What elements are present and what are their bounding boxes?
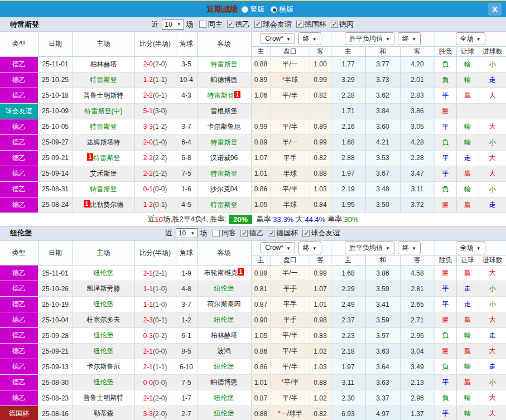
recent-count-select[interactable]: 10 ▼ bbox=[176, 228, 197, 238]
fullmatch-dropdown[interactable]: 全场▼ bbox=[456, 32, 485, 45]
match-row: 德乙25-11-01柏林赫塔2-0(2-0)3-5特雷斯登0.88半/一1.00… bbox=[0, 56, 506, 72]
chevron-down-icon: ▼ bbox=[190, 231, 195, 236]
away-odds-cell bbox=[310, 103, 331, 119]
horizontal-layout-radio[interactable] bbox=[271, 6, 277, 13]
home-odds-cell: 0.86 bbox=[251, 344, 271, 359]
summary-segment-2: 场,胜2平4负4, 胜率: bbox=[163, 214, 227, 224]
odds-company-dropdown[interactable]: Crow*▼ bbox=[261, 242, 295, 253]
match-row: 德乙25-08-241比勒费尔德1-2(0-1)4-5特雷斯登1.05半球0.8… bbox=[0, 197, 506, 213]
corner-cell: 3-5 bbox=[176, 56, 197, 72]
league-checkbox-1[interactable] bbox=[268, 230, 275, 237]
home-odds-cell: 1.01 bbox=[251, 166, 271, 181]
red-card-badge: 1 bbox=[84, 200, 90, 207]
halftime-score: (1-1) bbox=[153, 76, 167, 84]
close-button[interactable]: X bbox=[488, 3, 502, 16]
chevron-down-icon: ▼ bbox=[412, 246, 416, 251]
avg-dropdown[interactable]: 胜平负均值▼ bbox=[345, 242, 394, 254]
col-header-type: 类型 bbox=[0, 241, 38, 265]
fullmatch-dropdown[interactable]: 全场▼ bbox=[456, 242, 485, 254]
home-odds-cell: 0.86 bbox=[251, 181, 271, 197]
league-checkbox-label-0: 德乙 bbox=[249, 228, 263, 238]
score-cell: 2-2(1-2) bbox=[134, 166, 176, 181]
summary-segment-5: 33.3% bbox=[273, 215, 293, 224]
home-team-cell: 特雷斯登(中) bbox=[73, 103, 134, 119]
home-team-cell: 达姆斯塔特 bbox=[73, 134, 134, 150]
handicap-cell: 平/半 bbox=[271, 359, 310, 375]
match-row: 球会友谊25-10-09特雷斯登(中)5-1(3-0)雷根斯堡1.713.843… bbox=[0, 103, 506, 119]
fulltime-score: 3-3 bbox=[143, 123, 153, 131]
league-type-cell: 德乙 bbox=[0, 150, 38, 166]
results-table: 类型日期主场比分(半场)角球客场Crow*▼终▼胜平负均值▼终▼全场▼主盘口客主… bbox=[0, 32, 506, 213]
result-cell: 平 bbox=[435, 150, 456, 166]
avg-draw-cell: 3.50 bbox=[365, 197, 400, 213]
handicap-cell: 半球 bbox=[271, 166, 310, 181]
avg-away-cell: 3.86 bbox=[400, 103, 435, 119]
away-odds-cell: 0.98 bbox=[310, 312, 331, 328]
league-checkbox-label-1: 德国杯 bbox=[276, 228, 298, 238]
league-checkbox-2[interactable] bbox=[296, 21, 303, 28]
avg-home-cell: 1.71 bbox=[331, 103, 365, 119]
league-type-cell: 德乙 bbox=[0, 281, 38, 297]
avg-draw-cell: 3.37 bbox=[365, 390, 400, 406]
handicap-cell: 半/一 bbox=[271, 134, 310, 150]
halftime-score: (0-0) bbox=[153, 379, 167, 387]
home-odds-cell: 0.89 bbox=[251, 72, 271, 88]
red-card-badge: 1 bbox=[238, 268, 244, 276]
same-venue-checkbox[interactable] bbox=[199, 21, 206, 28]
avg-away-cell: 4.20 bbox=[400, 56, 435, 72]
halftime-score: (0-0) bbox=[153, 185, 167, 193]
handicap-cell: 平/半 bbox=[271, 390, 310, 406]
handicap-cell: 平手 bbox=[271, 312, 310, 328]
handicap-result-cell: 輸 bbox=[456, 406, 479, 420]
avg-final-dropdown[interactable]: 终▼ bbox=[398, 32, 421, 45]
home-team-cell: 艾禾斯堡 bbox=[73, 166, 134, 181]
home-odds-cell: 1.07 bbox=[251, 150, 271, 166]
avg-dropdown[interactable]: 胜平负均值▼ bbox=[345, 32, 394, 45]
chevron-down-icon: ▼ bbox=[312, 37, 317, 42]
same-venue-checkbox[interactable] bbox=[213, 230, 220, 237]
away-odds-cell: 1.02 bbox=[310, 344, 331, 359]
league-type-cell: 德乙 bbox=[0, 328, 38, 344]
chevron-down-icon: ▼ bbox=[286, 246, 291, 251]
team-link: 纽伦堡 bbox=[94, 331, 114, 339]
goals-result-cell: 大 bbox=[479, 119, 506, 134]
result-cell: 負 bbox=[435, 328, 456, 344]
league-checkbox-1[interactable] bbox=[254, 21, 262, 28]
home-team-cell: 卡尔斯鲁厄 bbox=[73, 359, 134, 375]
avg-away-cell: 2.95 bbox=[400, 328, 435, 344]
result-cell: 平 bbox=[435, 297, 456, 312]
home-team-cell: 勒蒂森 bbox=[73, 406, 134, 420]
away-team-cell: 特雷斯登 bbox=[197, 56, 251, 72]
fulltime-score: 1-2 bbox=[143, 201, 153, 209]
avg-draw-cell: 3.59 bbox=[365, 312, 400, 328]
odds-final-dropdown[interactable]: 终▼ bbox=[298, 32, 321, 45]
score-cell: 5-1(3-0) bbox=[134, 103, 176, 119]
sub-header-1: 盘口 bbox=[271, 46, 310, 56]
avg-away-cell: 3.05 bbox=[400, 119, 435, 134]
league-checkbox-0[interactable] bbox=[227, 21, 234, 28]
vertical-layout-radio[interactable] bbox=[242, 6, 248, 13]
team-link: 比勒费尔德 bbox=[90, 201, 123, 209]
halftime-score: (0-1) bbox=[153, 201, 167, 209]
odds-final-dropdown[interactable]: 终▼ bbox=[298, 242, 321, 254]
team-link: 纽伦堡 bbox=[214, 316, 234, 324]
col-header-type: 类型 bbox=[0, 32, 38, 56]
recent-count-select[interactable]: 10 ▼ bbox=[162, 20, 184, 30]
corner-cell: 8-5 bbox=[176, 344, 197, 359]
league-checkbox-3[interactable] bbox=[331, 21, 338, 28]
odds-company-dropdown[interactable]: Crow*▼ bbox=[261, 33, 295, 44]
changed-odds-asterisk: * bbox=[278, 409, 281, 417]
goals-result-cell: 大 bbox=[479, 344, 506, 359]
league-checkbox-0[interactable] bbox=[240, 230, 248, 237]
halftime-score: (1-2) bbox=[153, 123, 167, 131]
goals-result-cell: 小 bbox=[479, 297, 506, 312]
corner-cell: 6-1 bbox=[176, 328, 197, 344]
away-team-cell: 帕德博恩 bbox=[197, 72, 251, 88]
league-type-cell: 德乙 bbox=[0, 88, 38, 103]
fullmatch-header-group: 全场▼ bbox=[435, 32, 506, 46]
near-label: 近 bbox=[165, 228, 172, 238]
fulltime-score: 2-3 bbox=[143, 316, 153, 324]
league-checkbox-2[interactable] bbox=[302, 230, 310, 237]
avg-final-dropdown[interactable]: 终▼ bbox=[398, 242, 421, 254]
away-odds-cell: 1.00 bbox=[310, 56, 331, 72]
